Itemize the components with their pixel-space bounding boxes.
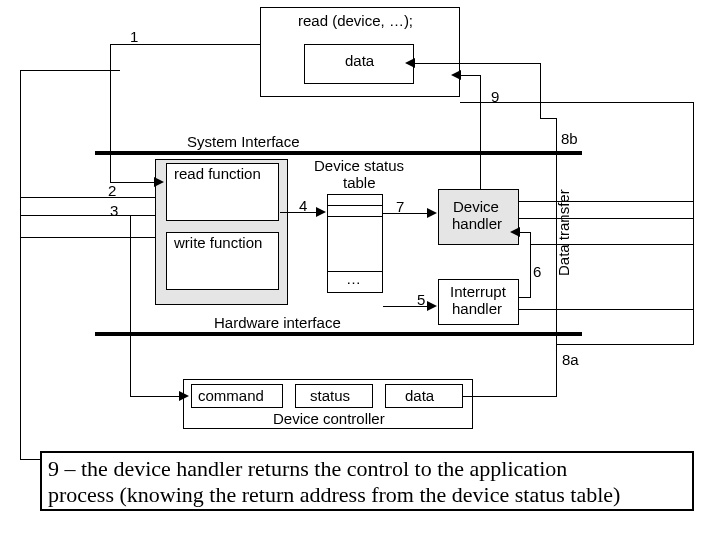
seg-8a1 (463, 396, 556, 397)
step-6: 6 (533, 263, 541, 280)
write-function-label: write function (174, 234, 262, 251)
arrow-5 (427, 301, 437, 311)
status-table-label-1: Device status (314, 157, 404, 174)
hl-r6 (460, 102, 693, 103)
seg-8a2 (556, 118, 557, 397)
hl-r4 (518, 309, 693, 310)
seg-1c (110, 182, 155, 183)
seg-outerL (20, 70, 21, 460)
system-interface-bar (95, 151, 582, 155)
data-transfer-label: Data transfer (555, 189, 572, 276)
seg-cmdV (130, 215, 131, 397)
step-8b: 8b (561, 130, 578, 147)
seg-6c (519, 232, 530, 233)
seg-2 (20, 197, 155, 198)
seg-7 (383, 213, 428, 214)
command-reg-label: command (198, 387, 264, 404)
arrow-8b (405, 58, 415, 68)
step-8a: 8a (562, 351, 579, 368)
status-table-ellipsis: … (346, 270, 361, 287)
hardware-interface-bar (95, 332, 582, 336)
status-table-row-3 (327, 216, 383, 272)
seg-3b (20, 237, 155, 238)
hl-r3 (530, 244, 693, 245)
interrupt-handler-label-2: handler (452, 300, 502, 317)
arrow-4 (316, 207, 326, 217)
system-interface-label: System Interface (187, 133, 300, 150)
seg-8b1 (540, 118, 556, 119)
seg-8b3 (414, 63, 540, 64)
arrow-9 (451, 70, 461, 80)
hl-r5 (556, 344, 693, 345)
arrow-6 (510, 227, 520, 237)
hl-r2 (518, 218, 693, 219)
syscall-text: read (device, …); (298, 12, 413, 29)
seg-9a (480, 75, 481, 189)
arrow-7 (427, 208, 437, 218)
step-1: 1 (130, 28, 138, 45)
seg-3a (20, 215, 155, 216)
seg-6b (530, 232, 531, 298)
seg-1a (110, 44, 260, 45)
seg-8b2 (540, 63, 541, 119)
caption-line-2: process (knowing the return address from… (48, 482, 620, 508)
app-data-label: data (345, 52, 374, 69)
data-reg-label: data (405, 387, 434, 404)
step-3: 3 (110, 202, 118, 219)
status-table-label-2: table (343, 174, 376, 191)
seg-1b (110, 44, 111, 182)
seg-6a (519, 297, 530, 298)
interrupt-handler-label-1: Interrupt (450, 283, 506, 300)
seg-5 (383, 306, 428, 307)
arrow-1 (154, 177, 164, 187)
device-controller-label: Device controller (273, 410, 385, 427)
device-handler-label-1: Device (453, 198, 499, 215)
arrow-cmd (179, 391, 189, 401)
seg-cmdH (130, 396, 180, 397)
device-handler-label-2: handler (452, 215, 502, 232)
hl-r1 (518, 201, 693, 202)
hl-rv (693, 102, 694, 345)
read-function-label: read function (174, 165, 261, 182)
seg-outerT (20, 70, 120, 71)
seg-4 (280, 212, 318, 213)
hardware-interface-label: Hardware interface (214, 314, 341, 331)
diagram-root: read (device, …); data System Interface … (0, 0, 720, 540)
seg-9b (460, 75, 480, 76)
caption-line-1: 9 – the device handler returns the contr… (48, 456, 567, 482)
status-reg-label: status (310, 387, 350, 404)
